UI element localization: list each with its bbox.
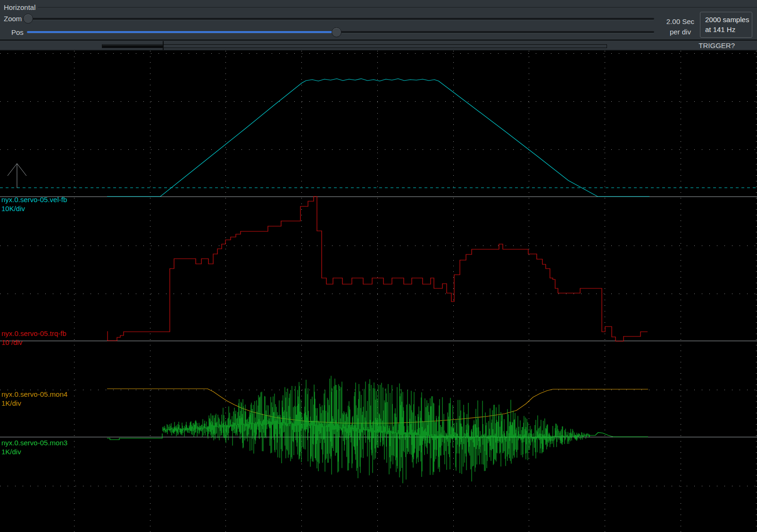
trigger-marker-arrow-icon[interactable] [8,164,26,188]
zoom-slider-label: Zoom [4,15,22,23]
channel-scale: 1K/div [1,399,67,408]
grid-line-vertical [377,51,378,532]
samples-rate-button[interactable]: 2000 samples at 141 Hz [700,12,752,38]
grid-line-horizontal [0,390,757,390]
samples-rate: at 141 Hz [705,25,752,34]
channel-scale: 10K/div [1,204,67,213]
pos-slider-fill [27,31,337,33]
channel-label-mon4[interactable]: nyx.0.servo-05.mon4 1K/div [1,390,67,408]
channel-baseline [0,341,757,341]
trigger-level-line [0,188,757,188]
channel-label-vel-fb[interactable]: nyx.0.servo-05.vel-fb 10K/div [1,195,67,213]
channel-name: nyx.0.servo-05.vel-fb [1,195,67,204]
channel-name: nyx.0.servo-05.mon4 [1,390,67,399]
channel-scale: 10 /div [1,338,67,347]
zoom-slider-track[interactable] [24,18,654,20]
section-divider [38,7,757,8]
trace-vel-fb [107,79,649,196]
horizontal-section-label: Horizontal [4,3,36,11]
grid-line-vertical [150,51,150,532]
record-window-outline [102,44,607,48]
time-per-div-value: 2.00 Sec [666,16,694,27]
time-per-div-readout: 2.00 Sec per div [666,16,694,37]
grid-line-horizontal [0,149,757,150]
horizontal-toolbar: Horizontal Zoom Pos 2.00 Sec per div 200… [0,0,757,40]
trigger-status-label[interactable]: TRIGGER? [699,41,735,49]
grid-line-vertical [225,51,226,532]
channel-baseline [0,437,757,437]
channel-scale: 1K/div [1,447,67,456]
channel-baseline [0,196,757,197]
grid-line-vertical [605,51,605,532]
scope-trace-canvas [0,0,757,532]
pos-slider-thumb[interactable] [332,27,341,37]
grid-line-vertical [301,51,302,532]
grid-line-vertical [681,51,681,532]
grid-line-horizontal [0,246,757,246]
pos-slider-label: Pos [11,28,24,36]
trigger-position-tick [163,41,164,50]
grid-line-vertical [453,51,454,532]
halscope-window: { "toolbar": { "section_label": "Horizon… [0,0,757,532]
grid-line-horizontal [0,53,757,54]
grid-line-vertical [529,51,529,532]
time-per-div-unit: per div [666,27,694,37]
channel-label-mon3[interactable]: nyx.0.servo-05.mon3 1K/div [1,438,67,456]
channel-name: nyx.0.servo-05.trq-fb [1,329,67,338]
samples-count: 2000 samples [705,15,752,25]
grid-line-horizontal [0,486,757,486]
channel-name: nyx.0.servo-05.mon3 [1,438,67,447]
zoom-slider-thumb[interactable] [23,14,33,24]
trace-mon3-tail [590,433,648,437]
trace-mon3-noise [163,376,590,483]
grid-line-vertical [74,51,75,532]
channel-label-trq-fb[interactable]: nyx.0.servo-05.trq-fb 10 /div [1,329,67,347]
grid-line-horizontal [0,101,757,102]
grid-line-vertical [756,51,757,532]
grid-line-horizontal [0,294,757,294]
record-displayed-portion [102,45,163,48]
